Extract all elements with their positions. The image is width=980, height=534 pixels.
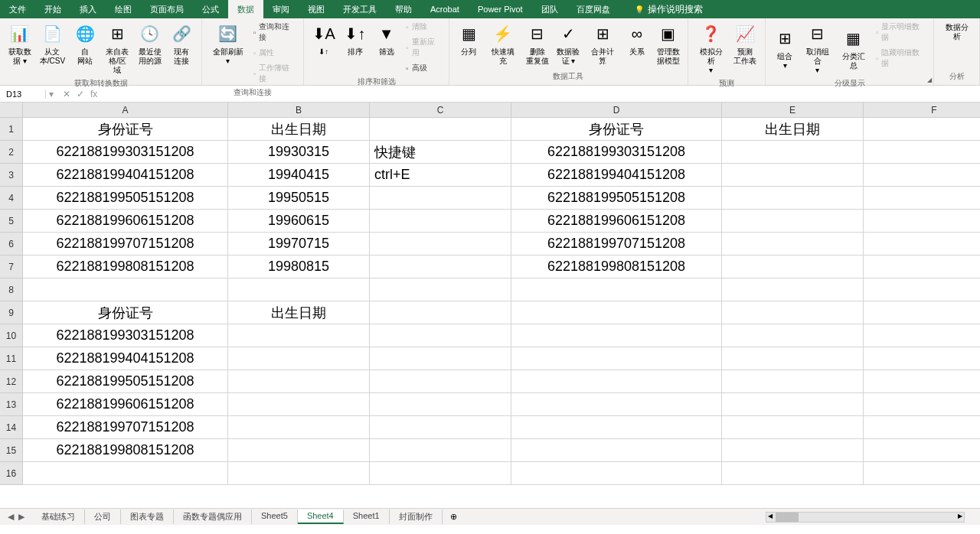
cell-D7[interactable]: 622188199808151208: [511, 256, 722, 278]
row-header-14[interactable]: 14: [0, 416, 23, 439]
cell-D3[interactable]: 622188199404151208: [511, 164, 722, 187]
cell-A10[interactable]: 622188199303151208: [23, 324, 228, 347]
datatool-btn-6[interactable]: ▣管理数据模型: [653, 20, 683, 67]
cell-D11[interactable]: [511, 347, 722, 370]
cell-A4[interactable]: 622188199505151208: [23, 187, 228, 210]
cell-E16[interactable]: [722, 462, 864, 485]
cell-E15[interactable]: [722, 439, 864, 462]
cell-A9[interactable]: 身份证号: [23, 301, 228, 324]
filter-button[interactable]: ▼筛选: [371, 20, 401, 58]
ribbon-tab-14[interactable]: 百度网盘: [567, 0, 619, 18]
datatool-btn-0[interactable]: ▦分列: [454, 20, 484, 58]
cell-E4[interactable]: [722, 187, 864, 210]
cell-C3[interactable]: ctrl+E: [370, 164, 511, 187]
cell-A8[interactable]: [23, 278, 228, 301]
cell-C1[interactable]: [370, 118, 511, 141]
cell-A6[interactable]: 622188199707151208: [23, 233, 228, 256]
data-analysis-button[interactable]: 数据分析: [939, 20, 975, 43]
cell-C4[interactable]: [370, 187, 511, 210]
sort-button[interactable]: ⬇↑排序: [340, 20, 370, 58]
cell-C9[interactable]: [370, 301, 511, 324]
col-header-B[interactable]: B: [228, 103, 370, 118]
cell-A5[interactable]: 622188199606151208: [23, 210, 228, 233]
cell-C16[interactable]: [370, 462, 511, 485]
cell-E7[interactable]: [722, 256, 864, 278]
tell-me-search[interactable]: 操作说明搜索: [635, 3, 703, 16]
cell-D5[interactable]: 622188199606151208: [511, 210, 722, 233]
cell-A1[interactable]: 身份证号: [23, 118, 228, 141]
get-data-btn-0[interactable]: 📊获取数据 ▾: [5, 20, 35, 67]
cell-F10[interactable]: [864, 324, 980, 347]
cell-F14[interactable]: [864, 416, 980, 439]
cell-E13[interactable]: [722, 393, 864, 416]
cell-D16[interactable]: [511, 462, 722, 485]
cell-E10[interactable]: [722, 324, 864, 347]
row-header-3[interactable]: 3: [0, 164, 23, 187]
cell-D10[interactable]: [511, 324, 722, 347]
cell-C10[interactable]: [370, 324, 511, 347]
row-header-7[interactable]: 7: [0, 256, 23, 278]
sheet-nav-next-icon[interactable]: ▶: [18, 512, 24, 522]
cell-D9[interactable]: [511, 301, 722, 324]
ribbon-tab-9[interactable]: 开发工具: [334, 0, 386, 18]
cell-F15[interactable]: [864, 439, 980, 462]
cell-F11[interactable]: [864, 347, 980, 370]
cell-A2[interactable]: 622188199303151208: [23, 141, 228, 164]
sheet-tab-3[interactable]: 函数专题偶应用: [174, 510, 252, 524]
col-header-C[interactable]: C: [370, 103, 511, 118]
sheet-tab-6[interactable]: Sheet1: [344, 510, 390, 524]
cell-B16[interactable]: [228, 462, 370, 485]
forecast-btn-0[interactable]: ❓模拟分析▾: [693, 20, 729, 77]
cell-E14[interactable]: [722, 416, 864, 439]
ribbon-tab-7[interactable]: 审阅: [263, 0, 299, 18]
cell-F4[interactable]: [864, 187, 980, 210]
cell-B15[interactable]: [228, 439, 370, 462]
ribbon-tab-12[interactable]: Power Pivot: [469, 0, 532, 18]
cell-D4[interactable]: 622188199505151208: [511, 187, 722, 210]
spreadsheet-grid[interactable]: ABCDEF1身份证号出生日期身份证号出生日期26221881993031512…: [0, 103, 980, 508]
cell-A3[interactable]: 622188199404151208: [23, 164, 228, 187]
cell-D13[interactable]: [511, 393, 722, 416]
datatool-btn-1[interactable]: ⚡快速填充: [485, 20, 521, 67]
datatool-btn-5[interactable]: ∞关系: [622, 20, 652, 58]
cell-A15[interactable]: 622188199808151208: [23, 439, 228, 462]
cell-C15[interactable]: [370, 439, 511, 462]
row-header-5[interactable]: 5: [0, 210, 23, 233]
cell-E12[interactable]: [722, 370, 864, 393]
cell-F16[interactable]: [864, 462, 980, 485]
cell-B14[interactable]: [228, 416, 370, 439]
sheet-tab-5[interactable]: Sheet4: [298, 510, 344, 524]
row-header-15[interactable]: 15: [0, 439, 23, 462]
ribbon-tab-13[interactable]: 团队: [532, 0, 567, 18]
cell-E1[interactable]: 出生日期: [722, 118, 864, 141]
cell-C7[interactable]: [370, 256, 511, 278]
ribbon-tab-10[interactable]: 帮助: [386, 0, 421, 18]
cell-E11[interactable]: [722, 347, 864, 370]
add-sheet-button[interactable]: ⊕: [443, 512, 465, 522]
datatool-btn-3[interactable]: ✓数据验证 ▾: [554, 20, 583, 67]
refresh-all-button[interactable]: 🔄全部刷新 ▾: [207, 20, 248, 67]
row-header-10[interactable]: 10: [0, 324, 23, 347]
cell-D8[interactable]: [511, 278, 722, 301]
cell-B9[interactable]: 出生日期: [228, 301, 370, 324]
cell-B4[interactable]: 19950515: [228, 187, 370, 210]
row-header-12[interactable]: 12: [0, 370, 23, 393]
cell-C8[interactable]: [370, 278, 511, 301]
cell-A16[interactable]: [23, 462, 228, 485]
ribbon-tab-8[interactable]: 视图: [299, 0, 334, 18]
row-header-8[interactable]: 8: [0, 278, 23, 301]
datatool-btn-2[interactable]: ⊟删除重复值: [522, 20, 552, 67]
cell-E8[interactable]: [722, 278, 864, 301]
cell-E3[interactable]: [722, 164, 864, 187]
get-data-btn-5[interactable]: 🔗现有连接: [166, 20, 197, 67]
sheet-tab-4[interactable]: Sheet5: [252, 510, 298, 524]
cell-E9[interactable]: [722, 301, 864, 324]
cell-B1[interactable]: 出生日期: [228, 118, 370, 141]
cell-F13[interactable]: [864, 393, 980, 416]
cell-A14[interactable]: 622188199707151208: [23, 416, 228, 439]
sheet-tab-0[interactable]: 基础练习: [32, 510, 85, 524]
row-header-6[interactable]: 6: [0, 233, 23, 256]
ribbon-tab-5[interactable]: 公式: [193, 0, 228, 18]
row-header-11[interactable]: 11: [0, 347, 23, 370]
cell-F8[interactable]: [864, 278, 980, 301]
